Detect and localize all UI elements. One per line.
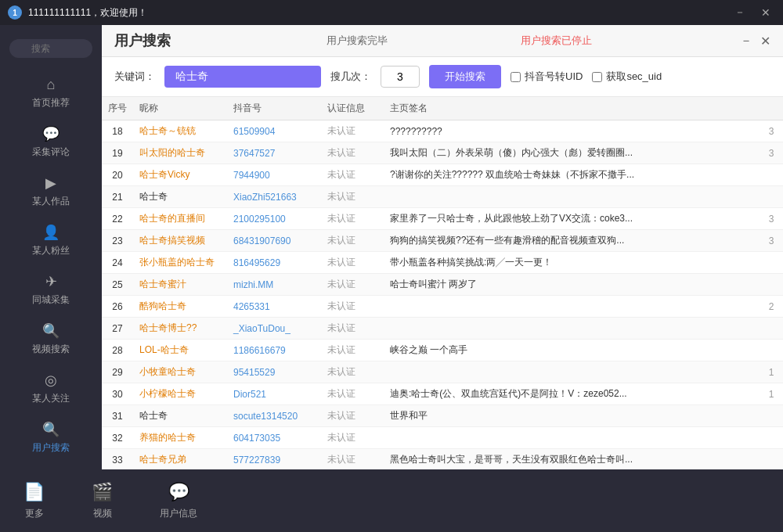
cell-douyin: XiaoZhi521663	[227, 186, 321, 208]
sidebar: 🔍 ⌂ 首页推荐 💬 采集评论 ▶ 某人作品 👤 某人粉丝 ✈ 同城采集 🔍 视…	[0, 25, 102, 469]
person-icon: 👤	[42, 224, 60, 241]
sec-uid-label: 获取sec_uid	[606, 70, 662, 84]
close-button[interactable]: ✕	[756, 4, 775, 21]
table-header-row: 序号 昵称 抖音号 认证信息 主页签名	[102, 97, 783, 120]
sidebar-item-label: 同城采集	[32, 293, 70, 307]
title-bar-controls: － ✕	[730, 4, 775, 21]
sidebar-item-someone-fans[interactable]: 👤 某人粉丝	[0, 216, 102, 265]
content-header: 用户搜索 用户搜索完毕 用户搜索已停止 － ✕	[102, 25, 783, 57]
content-area: 用户搜索 用户搜索完毕 用户搜索已停止 － ✕ 关键词： 搜几次： 开始搜索 抖…	[102, 25, 783, 469]
cell-name: 哈士奇搞笑视频	[133, 230, 227, 252]
cell-sign: 狗狗的搞笑视频??还有一些有趣滑稽的配音视频查双狗...	[384, 230, 760, 252]
cell-seq: 30	[102, 383, 133, 405]
page-title: 用户搜索	[114, 31, 171, 50]
bottom-item-user-info[interactable]: 💬 用户信息	[160, 482, 197, 520]
cell-auth: 未认证	[321, 405, 384, 427]
cell-seq: 20	[102, 164, 133, 186]
cell-douyin: 68431907690	[227, 230, 321, 252]
table-row[interactable]: 31 哈士奇 socute1314520 未认证 世界和平	[102, 405, 783, 427]
cell-auth: 未认证	[321, 208, 384, 230]
cell-sign: 家里养了一只哈士奇，从此跟他较上劲了VX交流：coke3...	[384, 208, 760, 230]
cell-name: 养猫的哈士奇	[133, 427, 227, 449]
bottom-item-userinfo-label: 用户信息	[160, 507, 197, 520]
table-row[interactable]: 29 小牧童哈士奇 95415529 未认证 1	[102, 361, 783, 383]
minimize-button[interactable]: －	[730, 4, 750, 21]
cell-sign: 世界和平	[384, 405, 760, 427]
sec-uid-checkbox-wrap: 获取sec_uid	[592, 70, 662, 84]
cell-extra	[760, 318, 783, 340]
status-stopped: 用户搜索已停止	[521, 34, 592, 48]
table-row[interactable]: 26 酷狗哈士奇 4265331 未认证 2	[102, 296, 783, 318]
cell-extra	[760, 186, 783, 208]
sec-uid-checkbox[interactable]	[592, 72, 602, 82]
cell-name: 哈士奇蜜汁	[133, 274, 227, 296]
cell-name: 哈士奇Vicky	[133, 164, 227, 186]
sidebar-item-label: 首页推荐	[32, 96, 70, 110]
cell-douyin: 4265331	[227, 296, 321, 318]
cell-auth: 未认证	[321, 252, 384, 274]
sidebar-item-someone-works[interactable]: ▶ 某人作品	[0, 167, 102, 216]
cell-douyin: 2100295100	[227, 208, 321, 230]
table-body: 18 哈士奇～铳铳 61509904 未认证 ?????????? 3 19 叫…	[102, 120, 783, 470]
cell-douyin: 1186616679	[227, 340, 321, 361]
table-row[interactable]: 32 养猫的哈士奇 604173035 未认证	[102, 427, 783, 449]
table-row[interactable]: 22 哈士奇的直播间 2100295100 未认证 家里养了一只哈士奇，从此跟他…	[102, 208, 783, 230]
sidebar-item-home[interactable]: ⌂ 首页推荐	[0, 69, 102, 117]
sidebar-item-user-search[interactable]: 🔍 用户搜索	[0, 413, 102, 462]
table-row[interactable]: 33 哈士奇兄弟 577227839 未认证 黑色哈士奇叫大宝，是哥哥，天生没有…	[102, 449, 783, 470]
cell-extra	[760, 164, 783, 186]
keyword-input[interactable]	[164, 66, 321, 88]
window-minimize-button[interactable]: －	[740, 33, 752, 49]
app-icon: 1	[8, 5, 22, 20]
douyin-uid-checkbox[interactable]	[511, 72, 521, 82]
bottom-item-video-label: 视频	[93, 507, 112, 520]
cell-auth: 未认证	[321, 449, 384, 470]
location-icon: ✈	[45, 273, 57, 290]
sidebar-search-input[interactable]	[9, 39, 92, 58]
table-row[interactable]: 27 哈士奇博士?? _XiaoTuDou_ 未认证	[102, 318, 783, 340]
cell-extra	[760, 427, 783, 449]
cell-auth: 未认证	[321, 383, 384, 405]
cell-auth: 未认证	[321, 361, 384, 383]
cell-extra	[760, 340, 783, 361]
table-row[interactable]: 30 小柠檬哈士奇 Dior521 未认证 迪奥:哈士奇(公、双血统宫廷代)不是…	[102, 383, 783, 405]
bottom-item-more[interactable]: 📄 更多	[23, 482, 45, 520]
cell-auth: 未认证	[321, 274, 384, 296]
start-search-button[interactable]: 开始搜索	[429, 65, 501, 88]
table-row[interactable]: 20 哈士奇Vicky 7944900 未认证 ?谢谢你的关注?????? 双血…	[102, 164, 783, 186]
window-close-button[interactable]: ✕	[760, 33, 770, 49]
table-row[interactable]: 28 LOL-哈士奇 1186616679 未认证 峡谷之巅 一个高手	[102, 340, 783, 361]
col-header-auth: 认证信息	[321, 97, 384, 120]
cell-auth: 未认证	[321, 230, 384, 252]
table-row[interactable]: 25 哈士奇蜜汁 mizhi.MM 未认证 哈士奇叫蜜汁 两岁了	[102, 274, 783, 296]
cell-extra: 1	[760, 361, 783, 383]
cell-extra: 3	[760, 120, 783, 142]
cell-name: 小牧童哈士奇	[133, 361, 227, 383]
cell-name: 哈士奇博士??	[133, 318, 227, 340]
table-row[interactable]: 23 哈士奇搞笑视频 68431907690 未认证 狗狗的搞笑视频??还有一些…	[102, 230, 783, 252]
file-icon: 📄	[23, 482, 45, 502]
cell-sign: 黑色哈士奇叫大宝，是哥哥，天生没有双眼红色哈士奇叫...	[384, 449, 760, 470]
douyin-uid-label: 抖音号转UID	[525, 70, 583, 84]
bottom-item-more-label: 更多	[25, 507, 44, 520]
cell-sign: 迪奥:哈士奇(公、双血统宫廷代)不是阿拉！V：zeze052...	[384, 383, 760, 405]
cell-auth: 未认证	[321, 142, 384, 164]
count-input[interactable]	[381, 66, 420, 88]
sidebar-item-collect-comment[interactable]: 💬 采集评论	[0, 117, 102, 167]
sidebar-item-city-collect[interactable]: ✈ 同城采集	[0, 265, 102, 315]
sidebar-item-someone-follow[interactable]: ◎ 某人关注	[0, 364, 102, 413]
sidebar-item-video-search[interactable]: 🔍 视频搜索	[0, 315, 102, 364]
cell-douyin: Dior521	[227, 383, 321, 405]
cell-auth: 未认证	[321, 340, 384, 361]
cell-seq: 29	[102, 361, 133, 383]
sidebar-item-favorites[interactable]: ♡ 喜欢列表	[0, 462, 102, 469]
table-row[interactable]: 18 哈士奇～铳铳 61509904 未认证 ?????????? 3	[102, 120, 783, 142]
bottom-item-video[interactable]: 🎬 视频	[92, 482, 113, 520]
cell-seq: 28	[102, 340, 133, 361]
table-row[interactable]: 24 张小瓶盖的哈士奇 816495629 未认证 带小瓶盖各种搞笑挑战:两╱一…	[102, 252, 783, 274]
cell-extra	[760, 405, 783, 427]
cell-seq: 24	[102, 252, 133, 274]
cell-sign: 带小瓶盖各种搞笑挑战:两╱一天一更！	[384, 252, 760, 274]
table-row[interactable]: 19 叫太阳的哈士奇 37647527 未认证 我叫太阳（二）外表呆萌（傻）内心…	[102, 142, 783, 164]
table-row[interactable]: 21 哈士奇 XiaoZhi521663 未认证	[102, 186, 783, 208]
